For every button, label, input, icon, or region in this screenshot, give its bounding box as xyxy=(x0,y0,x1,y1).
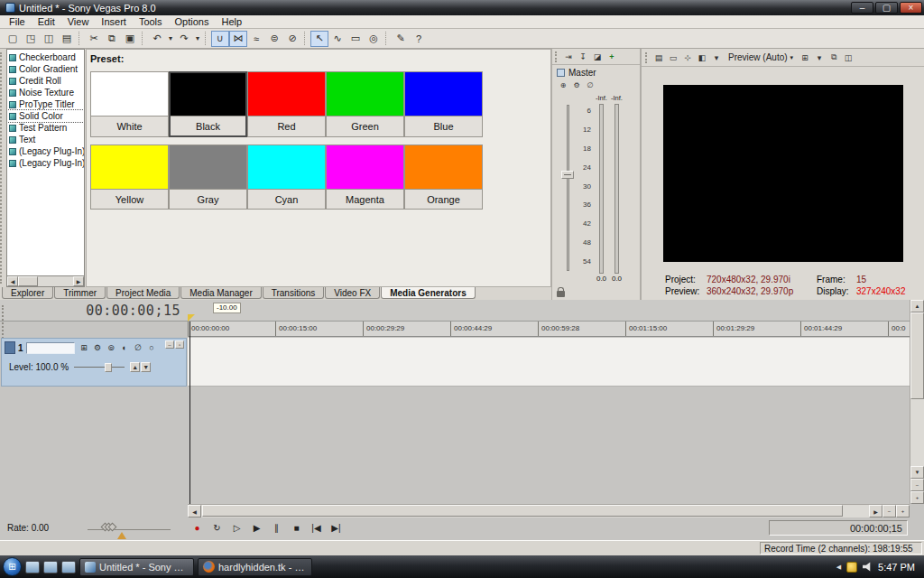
preset-swatch[interactable]: Cyan xyxy=(247,144,326,210)
track-header[interactable]: 1 ⊞⚙⊚◐∅○ – ▫ Level: 100.0 % ▲ ▼ xyxy=(1,338,187,387)
start-button[interactable]: ⊞ xyxy=(3,557,22,576)
zoom-in-track-height-button[interactable]: + xyxy=(910,491,924,504)
normal-edit-tool-icon[interactable]: ↖ xyxy=(310,31,328,47)
master-bus-header[interactable]: Master xyxy=(552,65,640,79)
ruler-label[interactable]: 00:00:15:00 xyxy=(275,322,363,336)
zoom-out-track-height-button[interactable]: − xyxy=(910,479,924,491)
zoom-edit-tool-icon[interactable]: ◎ xyxy=(365,31,383,47)
clock[interactable]: 5:47 PM xyxy=(878,562,915,573)
volume-icon[interactable] xyxy=(863,562,873,572)
downmix-output-icon[interactable]: ◪ xyxy=(591,51,604,63)
zoom-out-time-button[interactable]: − xyxy=(882,505,896,517)
dock-tab[interactable]: Explorer xyxy=(2,287,53,299)
ruler-label[interactable]: 00:00:00:00 xyxy=(188,322,275,336)
mixer-drag-handle[interactable] xyxy=(555,51,559,62)
minimize-button[interactable]: – xyxy=(851,2,873,14)
preset-swatch[interactable]: Black xyxy=(169,71,247,137)
copy-icon[interactable]: ⧉ xyxy=(103,31,121,47)
copy-snapshot-icon[interactable]: ⧉ xyxy=(827,51,840,64)
scroll-up-button[interactable]: ▲ xyxy=(910,300,924,312)
preset-swatch[interactable]: Magenta xyxy=(326,144,404,210)
preview-drag-handle[interactable] xyxy=(645,52,649,63)
insert-assignable-fx-icon[interactable]: ↧ xyxy=(577,51,589,63)
menu-item[interactable]: View xyxy=(61,16,96,27)
undo-icon[interactable]: ↶ xyxy=(148,31,166,47)
selection-edit-tool-icon[interactable]: ▭ xyxy=(346,31,365,47)
internet-explorer-icon[interactable] xyxy=(61,561,76,573)
zoom-in-time-button[interactable]: + xyxy=(896,505,910,517)
level-slider-handle[interactable] xyxy=(105,363,112,372)
arrow-down-icon[interactable]: ▼ xyxy=(141,362,151,372)
menu-item[interactable]: Help xyxy=(215,16,248,27)
tray-expand-icon[interactable]: ◀ xyxy=(836,564,841,571)
menu-item[interactable]: Edit xyxy=(32,16,61,27)
panel-drag-handle[interactable] xyxy=(0,52,6,284)
scroll-right-button[interactable]: ▶ xyxy=(869,505,882,517)
track-lane[interactable] xyxy=(188,338,910,387)
ruler-label[interactable]: 00:01:44:29 xyxy=(800,322,888,336)
scroll-thumb[interactable] xyxy=(18,276,38,286)
transport-time-readout[interactable]: 00:00:00;15 xyxy=(769,520,908,536)
ignore-event-grouping-icon[interactable]: ⊘ xyxy=(283,31,301,47)
ruler-label[interactable]: 00:00:59:28 xyxy=(538,322,625,336)
pause-button[interactable]: ∥ xyxy=(267,520,286,536)
ruler-label[interactable]: 00:0 xyxy=(888,322,910,336)
menu-item[interactable]: Options xyxy=(169,16,216,27)
cut-icon[interactable]: ✂ xyxy=(85,31,103,47)
split-screen-dropdown-icon[interactable]: ▾ xyxy=(710,51,723,64)
insert-audio-bus-icon[interactable]: ⇥ xyxy=(562,51,575,63)
level-slider[interactable] xyxy=(74,367,125,368)
close-button[interactable]: × xyxy=(900,2,922,14)
rate-slider[interactable] xyxy=(88,529,171,530)
track-motion-icon[interactable]: ⊞ xyxy=(78,341,91,354)
track-name-field[interactable] xyxy=(26,342,75,354)
video-output-fx-icon[interactable]: ⊹ xyxy=(681,51,694,64)
preset-swatch[interactable]: Red xyxy=(247,71,326,137)
scroll-right-button[interactable]: ▶ xyxy=(73,276,84,286)
save-icon[interactable]: ◫ xyxy=(40,31,58,47)
envelope-edit-tool-icon[interactable]: ∿ xyxy=(328,31,346,47)
fader-handle[interactable] xyxy=(561,171,574,179)
notification-icon[interactable] xyxy=(846,562,857,573)
generator-item[interactable]: ProType Titler xyxy=(7,98,84,110)
scroll-thumb[interactable] xyxy=(910,312,924,399)
lock-fader-icon[interactable] xyxy=(557,291,565,297)
save-snapshot-icon[interactable]: ◫ xyxy=(842,51,855,64)
minimize-track-button[interactable]: – xyxy=(165,340,174,349)
menu-item[interactable]: Insert xyxy=(95,16,133,27)
maximize-button[interactable]: ▢ xyxy=(875,2,898,14)
preset-swatch[interactable]: Green xyxy=(326,71,404,137)
generator-item[interactable]: Text xyxy=(7,134,84,145)
open-icon[interactable]: ◳ xyxy=(22,31,40,47)
paste-icon[interactable]: ▣ xyxy=(121,31,139,47)
ruler-label[interactable]: 00:01:29:29 xyxy=(713,322,800,336)
generator-item[interactable]: Noise Texture xyxy=(7,87,84,98)
scroll-thumb[interactable] xyxy=(202,505,843,517)
window-switcher-icon[interactable] xyxy=(43,561,58,573)
dock-tab[interactable]: Video FX xyxy=(325,287,380,299)
generator-item[interactable]: Solid Color xyxy=(7,110,84,122)
generator-item[interactable]: Checkerboard xyxy=(7,51,84,63)
new-project-icon[interactable]: ▢ xyxy=(4,31,22,47)
split-screen-view-icon[interactable]: ◧ xyxy=(696,51,708,64)
dock-tab[interactable]: Project Media xyxy=(106,287,180,299)
lock-envelopes-icon[interactable]: ⊜ xyxy=(265,31,283,47)
dock-tab[interactable]: Transitions xyxy=(263,287,325,299)
undo-dropdown-icon[interactable]: ▾ xyxy=(166,31,175,47)
scroll-left-button[interactable]: ◀ xyxy=(7,276,18,286)
dock-tab[interactable]: Trimmer xyxy=(54,287,106,299)
redo-icon[interactable]: ↷ xyxy=(175,31,193,47)
dock-tab[interactable]: Media Generators xyxy=(381,287,475,299)
dock-tab[interactable]: Media Manager xyxy=(180,287,261,299)
arrow-up-icon[interactable]: ▲ xyxy=(130,362,140,372)
bus-fx-icon[interactable]: ⚙ xyxy=(571,79,582,90)
record-button[interactable]: ● xyxy=(188,520,207,536)
grid-dropdown-icon[interactable]: ▾ xyxy=(813,51,826,64)
properties-icon[interactable]: ▤ xyxy=(58,31,76,47)
taskbar-button-firefox[interactable]: hardlyhidden.tk - M... xyxy=(198,558,312,576)
marker-label[interactable]: -10.00 xyxy=(213,303,241,313)
maximize-track-button[interactable]: ▫ xyxy=(175,340,184,349)
playhead-cursor[interactable] xyxy=(189,322,190,504)
loop-playback-button[interactable]: ↻ xyxy=(208,520,226,536)
enable-snapping-icon[interactable]: ∪ xyxy=(211,31,229,47)
